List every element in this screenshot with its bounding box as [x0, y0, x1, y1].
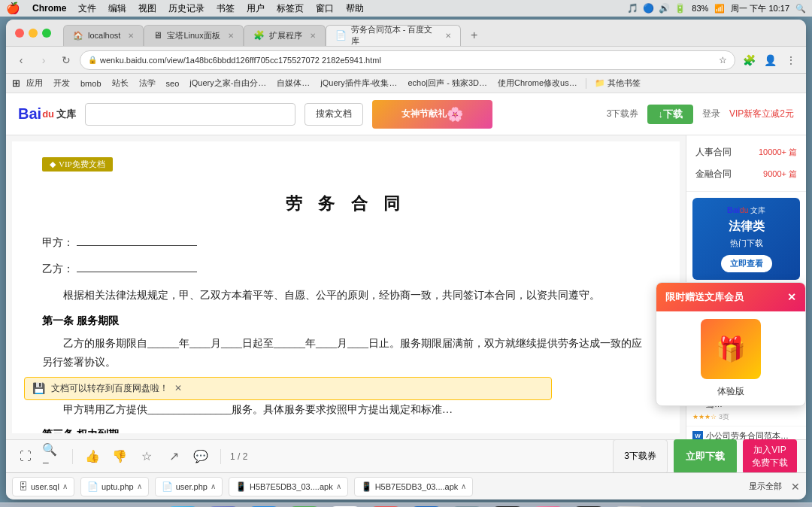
popup-close-button[interactable]: ✕ — [787, 291, 796, 303]
tab-favicon: 🖥 — [153, 30, 162, 41]
ad-view-button[interactable]: 立即查看 — [721, 255, 772, 272]
menu-file[interactable]: 文件 — [78, 2, 96, 15]
search-icon[interactable]: 🔍 — [795, 4, 806, 14]
tab-baota[interactable]: 🖥 宝塔Linux面板 ✕ — [144, 25, 243, 46]
menu-history[interactable]: 历史记录 — [168, 2, 205, 15]
bookmark-media[interactable]: 自媒体… — [272, 76, 314, 90]
bookmark-bmob[interactable]: bmob — [76, 77, 106, 90]
traffic-lights — [15, 29, 51, 38]
extensions-icon[interactable]: 🧩 — [740, 51, 758, 69]
bookmark-jquery[interactable]: jQuery之家-自由分… — [185, 76, 271, 90]
bookmark-label: 站长 — [112, 77, 129, 89]
bookmark-echo[interactable]: echo|回声 - 独家3D… — [403, 76, 492, 90]
login-link[interactable]: 登录 — [702, 108, 720, 120]
bookmark-chrome[interactable]: 使用Chrome修改us… — [493, 76, 582, 90]
download-item-5[interactable]: 📱 H5B7E5DB3_03....apk ∧ — [354, 477, 474, 496]
immediate-download-button[interactable]: 立即下载 — [674, 439, 737, 473]
star-icon[interactable]: ☆ — [136, 446, 157, 467]
save-to-disk-bar: 💾 文档可以转存到百度网盘啦！ ✕ — [24, 377, 552, 400]
banner-icon: 🌸 — [447, 106, 463, 123]
header-right: 3下载券 ↓下载 登录 VIP新客立减2元 — [607, 105, 794, 124]
popup-body: 🎁 体验版 — [686, 311, 805, 405]
related-item-4[interactable]: W 小公司劳务合同范本… — [686, 427, 806, 439]
bookmark-label: 法学 — [139, 77, 156, 89]
download-item-1[interactable]: 🗄 user.sql ∧ — [12, 477, 74, 496]
popup-gift-image: 🎁 — [701, 319, 761, 379]
category-finance[interactable]: 金融合同 9000+ 篇 — [692, 163, 800, 185]
download-button[interactable]: ↓下载 — [647, 105, 693, 124]
baidu-logo[interactable]: Baidu文库 — [18, 105, 76, 123]
vip-free-download-button[interactable]: 加入VIP 免费下载 — [743, 439, 797, 473]
thumbs-up-icon[interactable]: 👍 — [82, 446, 103, 467]
category-personnel[interactable]: 人事合同 10000+ 篇 — [692, 141, 800, 163]
close-download-bar-button[interactable]: ✕ — [791, 481, 800, 493]
close-window-button[interactable] — [15, 29, 24, 38]
menu-edit[interactable]: 编辑 — [108, 2, 126, 15]
save-bar-close-button[interactable]: ✕ — [174, 383, 182, 394]
reload-button[interactable]: ↻ — [57, 51, 75, 69]
more-options-icon[interactable]: ⋮ — [782, 51, 800, 69]
zoom-out-icon[interactable]: 🔍− — [42, 446, 63, 467]
menu-view[interactable]: 视图 — [138, 2, 156, 15]
comment-icon[interactable]: 💬 — [190, 446, 211, 467]
bookmark-label: jQuery之家-自由分… — [189, 77, 266, 89]
file-name: user.php — [176, 482, 208, 491]
tab-wenku[interactable]: 📄 劳务合同范本 - 百度文库 ✕ — [326, 25, 461, 46]
menu-help[interactable]: 帮助 — [346, 2, 364, 15]
download-item-2[interactable]: 📄 uptu.php ∧ — [80, 477, 149, 496]
menu-window[interactable]: 窗口 — [316, 2, 334, 15]
party-b-line: 乙方： — [42, 260, 650, 278]
expand-icon[interactable]: ∧ — [137, 482, 142, 490]
bookmark-dev[interactable]: 开发 — [49, 76, 74, 90]
bookmark-law[interactable]: 法学 — [135, 76, 160, 90]
apps-grid-icon[interactable]: ⊞ — [12, 77, 20, 89]
expand-icon[interactable]: ∧ — [461, 482, 466, 490]
coupon-download-button[interactable]: 3下载券 — [613, 439, 668, 473]
expand-icon[interactable]: ∧ — [62, 482, 68, 490]
fullscreen-icon[interactable]: ⛶ — [15, 446, 36, 467]
search-input[interactable] — [85, 103, 295, 126]
expand-icon[interactable]: ∧ — [211, 482, 216, 490]
party-a-line: 甲方： — [42, 233, 650, 252]
header-banner[interactable]: 女神节献礼 🌸 — [372, 100, 492, 129]
share-icon[interactable]: ↗ — [163, 446, 184, 467]
thumbs-down-icon[interactable]: 👎 — [109, 446, 130, 467]
bookmark-seo[interactable]: seo — [162, 77, 184, 90]
download-item-4[interactable]: 📱 H5B7E5DB3_03....apk ∧ — [229, 477, 348, 496]
menu-bookmarks[interactable]: 书签 — [217, 2, 235, 15]
expand-icon[interactable]: ∧ — [336, 482, 341, 490]
bookmark-star-icon[interactable]: ☆ — [719, 55, 727, 65]
file-name: H5B7E5DB3_03....apk — [375, 482, 459, 491]
apple-menu[interactable]: 🍎 — [6, 2, 20, 15]
show-all-downloads-button[interactable]: 显示全部 — [749, 481, 782, 492]
tab-close-button[interactable]: ✕ — [310, 32, 316, 40]
url-bar[interactable]: 🔒 wenku.baidu.com/view/1a48bc6bbdd126fff… — [80, 50, 735, 70]
search-button[interactable]: 搜索文档 — [304, 103, 363, 126]
menu-user[interactable]: 用户 — [247, 2, 265, 15]
tab-extensions[interactable]: 🧩 扩展程序 ✕ — [244, 25, 326, 46]
file-icon: 📱 — [361, 481, 372, 492]
new-tab-button[interactable]: + — [464, 25, 485, 46]
minimize-window-button[interactable] — [29, 29, 38, 38]
bookmark-webmaster[interactable]: 站长 — [108, 76, 133, 90]
bookmark-others[interactable]: 📁 其他书签 — [590, 76, 645, 90]
popup-subtitle: 体验版 — [686, 385, 798, 398]
tab-localhost[interactable]: 🏠 localhost ✕ — [63, 25, 144, 46]
tab-close-button[interactable]: ✕ — [128, 32, 134, 40]
file-icon: 📄 — [162, 481, 173, 492]
browser-window: 🏠 localhost ✕ 🖥 宝塔Linux面板 ✕ 🧩 扩展程序 ✕ 📄 劳… — [6, 20, 806, 499]
tabs-bar: 🏠 localhost ✕ 🖥 宝塔Linux面板 ✕ 🧩 扩展程序 ✕ 📄 劳… — [57, 20, 797, 46]
profile-icon[interactable]: 👤 — [761, 51, 779, 69]
download-item-3[interactable]: 📄 user.php ∧ — [155, 477, 223, 496]
tab-close-button[interactable]: ✕ — [445, 32, 451, 40]
menu-tabs[interactable]: 标签页 — [277, 2, 304, 15]
bookmark-jquery2[interactable]: jQuery插件库-收集… — [316, 76, 401, 90]
back-button[interactable]: ‹ — [12, 51, 30, 69]
preamble: 根据相关法律法规规定，甲、乙双方本着平等、自愿、公平的原则，经协商一致，共同签订… — [42, 286, 650, 305]
maximize-window-button[interactable] — [42, 29, 51, 38]
forward-button[interactable]: › — [35, 51, 53, 69]
menu-chrome[interactable]: Chrome — [32, 3, 66, 14]
vip-link[interactable]: VIP新客立减2元 — [729, 108, 794, 120]
bookmark-apps[interactable]: 应用 — [22, 76, 47, 90]
tab-close-button[interactable]: ✕ — [228, 32, 234, 40]
